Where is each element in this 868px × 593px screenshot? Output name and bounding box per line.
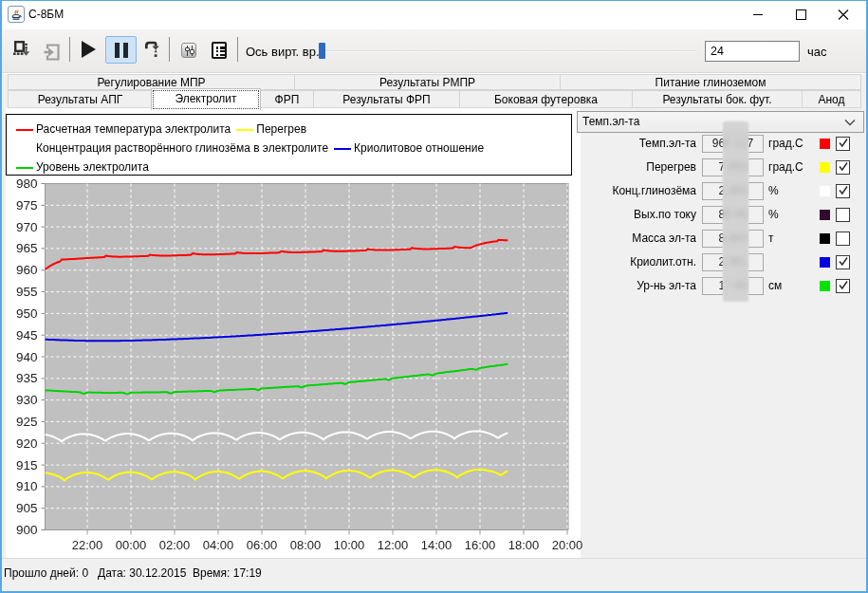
svg-text:935: 935 xyxy=(16,371,38,385)
svg-text:10:00: 10:00 xyxy=(334,538,365,552)
svg-text:08:00: 08:00 xyxy=(290,538,322,552)
svg-text:02:00: 02:00 xyxy=(159,538,191,552)
svg-text:06:00: 06:00 xyxy=(247,538,278,552)
svg-text:925: 925 xyxy=(16,415,38,429)
svg-text:04:00: 04:00 xyxy=(203,538,234,552)
svg-text:16:00: 16:00 xyxy=(465,538,496,552)
svg-text:12:00: 12:00 xyxy=(378,538,409,552)
svg-text:18:00: 18:00 xyxy=(508,538,540,552)
svg-text:905: 905 xyxy=(16,501,38,515)
svg-text:965: 965 xyxy=(16,241,38,255)
svg-text:980: 980 xyxy=(16,176,38,191)
svg-text:945: 945 xyxy=(16,328,38,343)
svg-text:22:00: 22:00 xyxy=(72,538,103,552)
svg-text:955: 955 xyxy=(16,285,38,299)
svg-text:940: 940 xyxy=(16,350,38,364)
svg-text:920: 920 xyxy=(16,436,38,451)
svg-text:950: 950 xyxy=(16,306,38,321)
svg-text:14:00: 14:00 xyxy=(421,538,452,552)
svg-text:915: 915 xyxy=(16,458,38,473)
svg-text:970: 970 xyxy=(16,220,38,234)
svg-text:900: 900 xyxy=(16,523,38,537)
svg-text:00:00: 00:00 xyxy=(116,538,147,552)
svg-text:930: 930 xyxy=(16,393,38,407)
svg-text:960: 960 xyxy=(16,263,38,277)
svg-text:975: 975 xyxy=(16,198,38,213)
svg-text:910: 910 xyxy=(16,479,38,493)
